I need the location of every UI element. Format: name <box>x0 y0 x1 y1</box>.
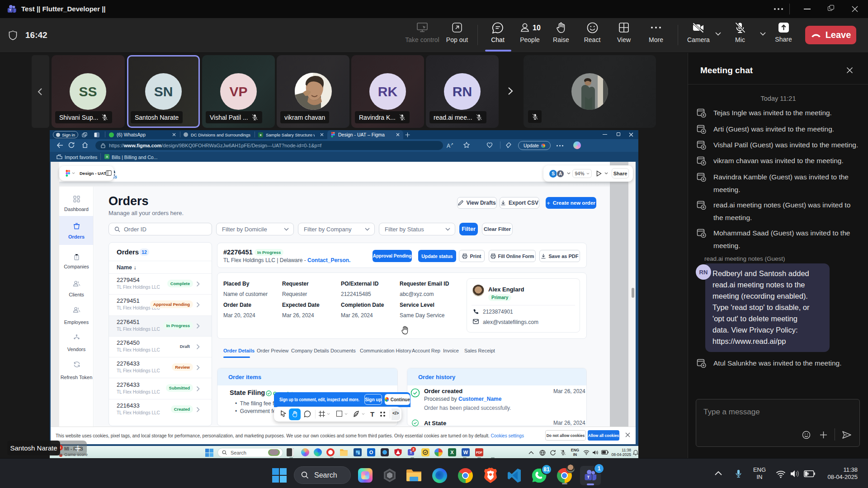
svg-text:T: T <box>587 475 590 479</box>
